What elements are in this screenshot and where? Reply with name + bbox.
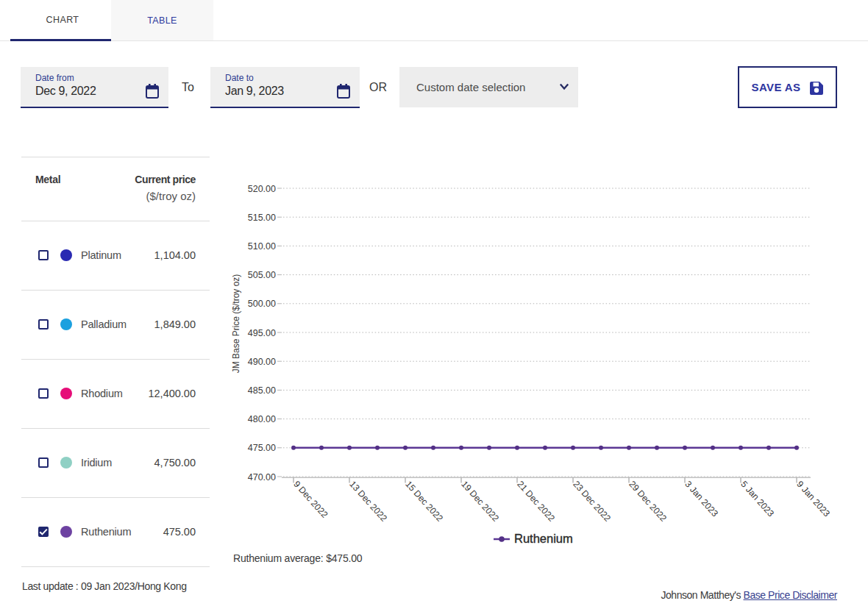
svg-text:JM Base Price ($/troy oz): JM Base Price ($/troy oz) — [231, 274, 241, 374]
svg-text:9 Dec 2022: 9 Dec 2022 — [291, 479, 330, 520]
svg-text:13 Dec 2022: 13 Dec 2022 — [347, 479, 389, 524]
svg-text:510.00: 510.00 — [248, 241, 276, 252]
svg-text:23 Dec 2022: 23 Dec 2022 — [571, 479, 613, 524]
svg-text:21 Dec 2022: 21 Dec 2022 — [515, 479, 557, 524]
svg-text:9 Jan 2023: 9 Jan 2023 — [794, 479, 832, 519]
svg-text:29 Dec 2022: 29 Dec 2022 — [627, 479, 669, 524]
svg-text:495.00: 495.00 — [248, 328, 276, 338]
svg-text:485.00: 485.00 — [248, 385, 276, 396]
svg-text:480.00: 480.00 — [248, 414, 276, 424]
svg-text:500.00: 500.00 — [248, 299, 276, 309]
svg-text:490.00: 490.00 — [248, 357, 276, 367]
svg-text:3 Jan 2023: 3 Jan 2023 — [683, 479, 720, 519]
svg-text:515.00: 515.00 — [248, 213, 276, 223]
svg-text:470.00: 470.00 — [248, 472, 276, 482]
svg-text:15 Dec 2022: 15 Dec 2022 — [403, 479, 445, 524]
svg-text:19 Dec 2022: 19 Dec 2022 — [459, 479, 501, 524]
svg-text:5 Jan 2023: 5 Jan 2023 — [739, 479, 776, 519]
svg-text:505.00: 505.00 — [248, 270, 276, 280]
svg-text:520.00: 520.00 — [248, 184, 276, 194]
svg-text:475.00: 475.00 — [248, 443, 276, 453]
